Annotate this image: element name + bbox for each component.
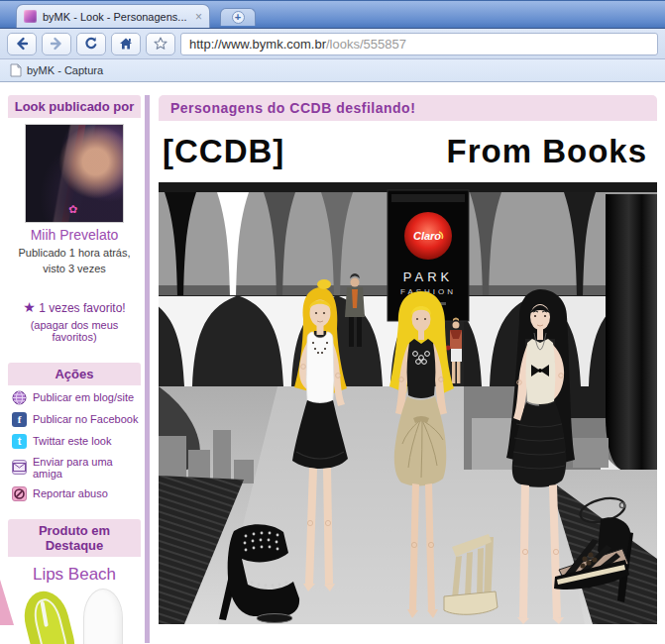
tab-close-icon[interactable]: ×	[195, 11, 202, 23]
foreground-pillar	[606, 194, 657, 472]
action-label: Publicar no Facebook	[33, 413, 138, 425]
bymk-favicon-icon	[24, 10, 37, 23]
park-text: PARK	[403, 269, 453, 284]
reload-icon	[83, 36, 99, 52]
profile-photo[interactable]: ✿	[25, 124, 124, 223]
browser-toolbar: http://www.bymk.com.br/looks/555857	[0, 29, 665, 59]
claro-brand-text: Claro	[413, 230, 441, 242]
plus-icon: +	[232, 11, 245, 24]
browser-tab[interactable]: byMK - Look - Personagens... ×	[16, 4, 210, 28]
banner-frombooks-text: From Books	[446, 133, 647, 170]
reload-button[interactable]	[76, 33, 106, 55]
product-name-link[interactable]: Lips Beach	[8, 565, 141, 585]
back-button[interactable]	[7, 33, 37, 55]
home-icon	[118, 36, 134, 52]
user-name-link[interactable]: Miih Prevelato	[8, 227, 141, 243]
bookmarks-bar: byMK - Captura	[0, 59, 665, 82]
sidebar: Look publicado por ✿ Miih Prevelato Publ…	[8, 95, 150, 643]
action-publish-facebook[interactable]: f Publicar no Facebook	[8, 410, 141, 429]
report-abuse-icon	[12, 486, 27, 501]
main-column: Personagens do CCDB desfilando! [CCDB] F…	[159, 95, 665, 628]
flipflop-sole	[83, 589, 123, 644]
address-bar[interactable]: http://www.bymk.com.br/looks/555857	[180, 33, 658, 55]
globe-icon	[12, 390, 27, 405]
product-header: Produto em Destaque	[8, 519, 141, 557]
tab-title: byMK - Look - Personagens...	[43, 11, 189, 23]
action-report-abuse[interactable]: Reportar abuso	[8, 484, 141, 503]
page-content: Look publicado por ✿ Miih Prevelato Publ…	[0, 82, 665, 643]
new-tab-button[interactable]: +	[220, 8, 256, 26]
remove-favorite-link[interactable]: (apagar dos meus favoritos)	[8, 319, 141, 343]
url-domain: http://www.bymk.com.br	[189, 37, 326, 52]
publish-meta: Publicado 1 hora atrás, visto 3 vezes	[8, 246, 141, 277]
star-icon	[153, 36, 168, 52]
action-label: Twittar este look	[33, 435, 111, 447]
back-arrow-icon	[14, 36, 30, 52]
home-button[interactable]	[111, 33, 141, 55]
banner-ccdb-text: [CCDB]	[163, 133, 284, 170]
twitter-icon: t	[12, 434, 27, 449]
forward-button[interactable]	[42, 33, 71, 55]
action-tweet-look[interactable]: t Twittar este look	[8, 432, 141, 451]
facebook-icon: f	[12, 412, 27, 427]
action-publish-blog[interactable]: Publicar em blog/site	[8, 388, 141, 407]
action-label: Enviar para uma amiga	[33, 456, 141, 480]
ccdb-banner: [CCDB] From Books	[159, 121, 657, 182]
favorite-count: ★ 1 vezes favorito!	[8, 299, 141, 315]
page-icon	[10, 63, 22, 77]
flipflop-product-image[interactable]	[20, 589, 129, 644]
publisher-header: Look publicado por	[8, 95, 141, 118]
flower-icon: ✿	[68, 203, 77, 216]
runway-scene-image: Claro PARK FASHION	[159, 182, 657, 624]
action-label: Reportar abuso	[33, 487, 108, 499]
actions-header: Ações	[8, 363, 141, 385]
favorite-count-label: 1 vezes favorito!	[39, 301, 125, 315]
action-label: Publicar em blog/site	[33, 391, 134, 403]
action-send-friend[interactable]: Enviar para uma amiga	[8, 454, 141, 482]
mail-icon	[12, 460, 27, 475]
url-path: /looks/555857	[326, 37, 406, 52]
tab-strip: byMK - Look - Personagens... × +	[0, 0, 665, 29]
flipflop-green	[19, 587, 81, 644]
bookmark-label: byMK - Captura	[27, 64, 103, 76]
bookmark-star-button[interactable]	[146, 33, 175, 55]
forward-arrow-icon	[49, 36, 64, 52]
favorite-star-icon: ★	[23, 299, 36, 315]
look-title: Personagens do CCDB desfilando!	[159, 95, 657, 121]
bookmark-item[interactable]: byMK - Captura	[10, 63, 103, 77]
